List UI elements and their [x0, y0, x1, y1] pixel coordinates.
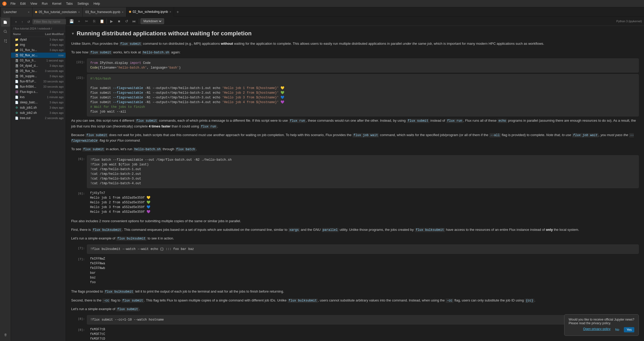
menu-edit[interactable]: Edit — [18, 1, 28, 6]
cell-7-input: [7]: !flux bulksubmit --watch --wait ech… — [71, 244, 639, 254]
new-folder-btn[interactable]: + — [13, 19, 19, 25]
tab-03-close[interactable]: × — [122, 10, 124, 14]
file-list-item[interactable]: 📄 flux-f8TuP... 33 seconds ago — [11, 79, 66, 84]
menu-run[interactable]: Run — [40, 1, 50, 6]
file-list-item[interactable]: 📓 05_flux_tu... 3 seconds ago — [11, 68, 66, 74]
file-item-icon: 📓 — [15, 69, 19, 73]
tab-add-button[interactable]: + — [174, 8, 181, 16]
tab-02-flux[interactable]: 02_flux_scheduling.ipynb × — [126, 7, 174, 17]
cell-8-body[interactable]: !flux submit --cc=1-10 --watch hostname — [87, 315, 639, 325]
heading-collapse-arrow[interactable]: ▼ — [71, 32, 75, 36]
menu-kernel[interactable]: Kernel — [50, 1, 64, 6]
menu-settings[interactable]: Settings — [75, 1, 91, 6]
file-item-icon: 📁 — [15, 37, 19, 42]
menu-view[interactable]: View — [28, 1, 39, 6]
file-item-icon: 📄 — [15, 85, 19, 89]
svg-point-5 — [6, 40, 7, 41]
file-list-item[interactable]: 📄 tree.out 2 seconds ago — [11, 115, 66, 121]
cell-type-select[interactable]: Markdown Code Raw — [142, 19, 162, 23]
file-item-name: kvs — [20, 95, 46, 99]
file-list-item[interactable]: 📓 06_supple... 3 days ago — [11, 74, 66, 79]
prose-3: As you can see, this script runs 4 diffe… — [71, 118, 639, 129]
tab-launcher[interactable]: Launcher × — [1, 7, 32, 17]
tab-05-close[interactable]: × — [78, 10, 80, 14]
file-item-icon: 📓 — [15, 53, 19, 57]
run-all-button[interactable]: ⏭ — [131, 18, 138, 25]
prose-10: Second, there is the -cc flag to flux su… — [71, 298, 639, 303]
cell-22-body[interactable]: from IPython.display import Code Code(fi… — [87, 58, 639, 73]
file-item-icon: ⚙ — [15, 111, 19, 115]
files-icon[interactable] — [1, 18, 10, 27]
app-logo: J — [2, 1, 7, 6]
tab-03-label: 03_flux_framework.ipynb — [85, 10, 120, 14]
save-button[interactable]: 💾 — [68, 18, 75, 25]
upload-btn[interactable]: ↑ — [19, 19, 25, 25]
file-list-item[interactable]: 📄 sleep_batc... 3 days ago — [11, 100, 66, 105]
toast-yes-button[interactable]: Yes — [624, 327, 634, 332]
search-icon-rail[interactable] — [1, 27, 10, 36]
file-list-item[interactable]: 📁 img 3 days ago — [11, 42, 66, 47]
cell-7-body[interactable]: !flux bulksubmit --watch --wait echo {} … — [87, 244, 639, 254]
menu-tabs[interactable]: Tabs — [64, 1, 75, 6]
paste-button[interactable]: 📋 — [98, 18, 105, 25]
restart-button[interactable]: ↺ — [123, 18, 130, 25]
cell-type-dropdown[interactable]: Markdown Code Raw — [141, 18, 164, 24]
tab-launcher-close[interactable]: × — [28, 10, 30, 14]
file-list-item[interactable]: ⚙ sub_job2.sh 3 days ago — [11, 110, 66, 115]
prose-9: The flags provided to flux bulksubmit te… — [71, 289, 639, 294]
file-list-item[interactable]: 📄 flux-fn584... 33 seconds ago — [11, 84, 66, 89]
settings-icon[interactable] — [1, 331, 10, 340]
file-list-item[interactable]: ⚙ sub_job1.sh 3 days ago — [11, 105, 66, 110]
file-item-name: dyad — [20, 38, 48, 41]
file-list-header: Name Last Modified — [11, 31, 66, 37]
file-list-item[interactable]: 📁 01_flux_tu... 3 days ago — [11, 47, 66, 53]
file-list-item[interactable]: 🖼 Flux-logo.s... 3 days ago — [11, 89, 66, 94]
file-item-name: sub_job2.sh — [20, 111, 48, 115]
file-list-item[interactable]: 📓 02_flux_sc... now — [11, 53, 66, 58]
prose-2: To see how flux submit works, let's look… — [71, 50, 639, 55]
cell-7-code[interactable]: !flux bulksubmit --watch --wait echo {} … — [87, 244, 639, 254]
svg-text:J: J — [4, 2, 5, 5]
menu-help[interactable]: Help — [91, 1, 102, 6]
toast-message: Would you like to receive official Jupyt… — [569, 318, 634, 325]
file-item-name: img — [20, 43, 48, 47]
cell-22-out-label: [22]: — [71, 74, 87, 117]
cell-22-output: [22]: #!/bin/bash flux submit --flags=wa… — [71, 74, 639, 117]
cell-22-input: [22]: from IPython.display import Code C… — [71, 58, 639, 73]
stop-button[interactable]: ■ — [116, 18, 122, 25]
cell-22-output-code: #!/bin/bash flux submit --flags=waitable… — [87, 74, 639, 116]
prose-7: First, there is flux bulksubmit. This co… — [71, 227, 639, 233]
cell-6-code[interactable]: !flux batch --flags=waitable --out /tmp/… — [87, 155, 639, 188]
toast-no-button[interactable]: No — [613, 327, 622, 332]
cell-8-input: [8]: !flux submit --cc=1-10 --watch host… — [71, 315, 639, 325]
cell-6-body[interactable]: !flux batch --flags=waitable --out /tmp/… — [87, 155, 639, 189]
file-list-item[interactable]: 📓 03_flux_fr... 1 second ago — [11, 58, 66, 63]
toast-privacy-link[interactable]: Open privacy policy — [583, 327, 611, 332]
tab-02-label: 02_flux_scheduling.ipynb — [133, 10, 168, 14]
add-cell-button[interactable]: + — [76, 18, 82, 25]
svg-point-4 — [6, 42, 7, 43]
tab-02-close[interactable]: × — [170, 10, 171, 13]
menu-file[interactable]: File — [8, 1, 18, 6]
file-item-name: 04_dyad_d... — [20, 64, 48, 68]
git-icon[interactable] — [1, 37, 10, 46]
file-item-icon: 📓 — [15, 74, 19, 78]
file-list-item[interactable]: 📁 dyad 3 days ago — [11, 37, 66, 42]
copy-button[interactable]: ⎘ — [91, 18, 98, 25]
tab-bar: Launcher × 05_flux_tutorial_conclusion ×… — [0, 7, 644, 17]
toast-notification: Would you like to receive official Jupyt… — [564, 314, 639, 336]
cell-7-out-body: fkCFFNwZ fkCFFNwa fkCFFNwb bar baz foo — [87, 255, 639, 288]
run-button[interactable]: ▶ — [108, 18, 115, 25]
file-item-name: 03_flux_fr... — [20, 59, 45, 62]
tab-05-flux[interactable]: 05_flux_tutorial_conclusion × — [32, 7, 83, 17]
cell-8-code[interactable]: !flux submit --cc=1-10 --watch hostname — [87, 315, 639, 325]
refresh-btn[interactable]: ↺ — [26, 19, 31, 25]
file-item-time: 3 days ago — [49, 101, 64, 104]
toolbar-sep-1 — [107, 19, 107, 24]
tab-03-flux[interactable]: 03_flux_framework.ipynb × — [83, 7, 126, 17]
cut-button[interactable]: ✂ — [83, 18, 90, 25]
file-list-item[interactable]: 📄 kvs 1 minute ago — [11, 94, 66, 100]
cell-22-code[interactable]: from IPython.display import Code Code(fi… — [87, 58, 639, 72]
file-item-icon: 🖼 — [15, 90, 19, 94]
file-list-item[interactable]: 📓 04_dyad_d... 3 days ago — [11, 63, 66, 68]
